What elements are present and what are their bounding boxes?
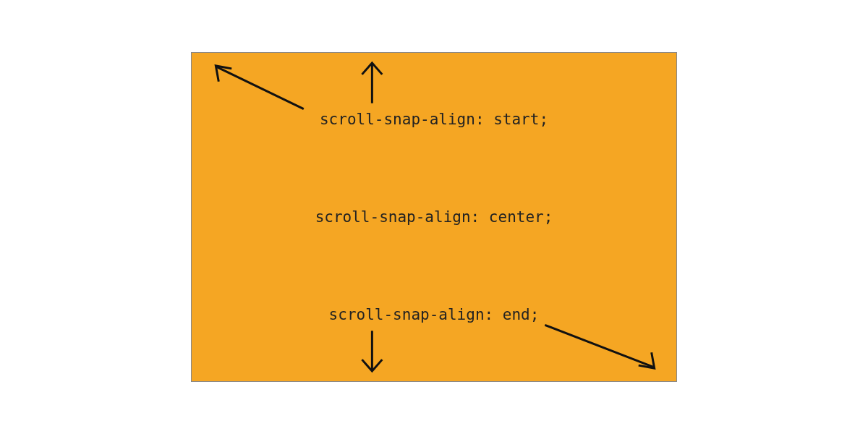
label-start: scroll-snap-align: start; [320,111,548,128]
label-end: scroll-snap-align: end; [329,306,540,323]
arrow-down-icon [362,331,382,371]
arrow-up-icon [362,63,382,103]
svg-line-1 [217,67,303,109]
arrow-up-left-icon [216,66,303,109]
scroll-snap-align-diagram: scroll-snap-align: start; scroll-snap-al… [191,52,677,382]
arrow-down-right-icon [545,325,654,368]
label-center: scroll-snap-align: center; [315,208,553,226]
svg-line-3 [545,325,652,367]
